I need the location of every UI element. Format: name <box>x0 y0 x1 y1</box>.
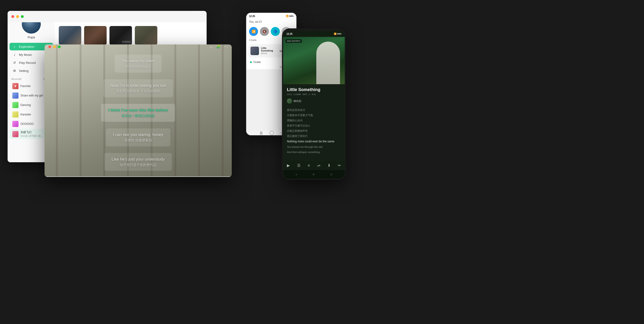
exploration-icon: ♪ <box>12 45 16 48</box>
lyric-cn-5: 似乎他只是个你的替代品 <box>112 162 165 167</box>
lyric-en-1: You were my town <box>122 58 154 64</box>
lyric-block-3-active: I think I've seen this film before 其实这一幕… <box>101 104 175 122</box>
playlist-item-text: 失眠飞行 沈以誠 | 薛明媚 | 损... <box>20 130 43 138</box>
lyrics-icon[interactable]: ≡ <box>308 163 310 168</box>
player-traffic-lights <box>48 45 61 48</box>
notif-song-title: Little Something <box>261 47 278 52</box>
phone2-signal: 📶 <box>334 33 336 35</box>
notif-album-art <box>250 47 259 55</box>
lyric-block-1: You were my town 你也曾是我的故土 <box>115 55 162 73</box>
player-header-actions: ⌄ 🧩 ⋯ <box>210 44 228 49</box>
content-card[interactable] <box>84 26 106 45</box>
player-footer: Exile Bon Iver | Taylor Swift 01:09 04:4… <box>44 176 232 177</box>
phone1-status-icons: 📶 94% <box>286 15 294 17</box>
artist-avatar <box>287 98 292 104</box>
traffic-lights <box>11 15 24 18</box>
phone2-status-icons: 📶 94% <box>334 33 342 35</box>
phone2-song-title: Little Something <box>287 87 341 92</box>
lyric-cn-2: 现在我流离他乡 不见你的身影 <box>110 88 166 94</box>
edit-icon[interactable]: ✏ <box>338 163 341 168</box>
phone2-album-art: MAG DISTRICT <box>283 37 345 84</box>
sidebar-item-label: Setting <box>19 69 28 73</box>
lyric-en-2: Now I'm in exile seeing you out <box>110 83 166 89</box>
playlist-label: OOOOOO <box>20 122 34 126</box>
home-button[interactable] <box>270 131 274 135</box>
lyric-cn-3: 其实这一幕我已然熟稔 <box>108 113 168 118</box>
back-indicator[interactable]: ||| <box>260 131 262 135</box>
content-card[interactable] <box>59 26 81 45</box>
lyric-block-2: Now I'm in exile seeing you out 现在我流离他乡 … <box>103 79 173 97</box>
phone2-lyric-9: And then whisper something <box>287 150 341 155</box>
player-more-icon[interactable]: ⋯ <box>224 44 228 49</box>
phone2-screen: 12:25 📶 94% MAG DISTRICT Little Somethin… <box>283 31 345 178</box>
phone2-content: 12:25 📶 94% MAG DISTRICT Little Somethin… <box>283 31 345 178</box>
download-icon[interactable]: ⬇ <box>328 163 330 168</box>
playlist-thumb: ♥ <box>12 83 18 89</box>
player-maximize-button[interactable] <box>58 45 61 48</box>
content-card[interactable] <box>135 26 157 45</box>
playlist-label: Dancing <box>20 103 31 107</box>
shuffle-icon[interactable]: ⇌ <box>317 163 320 168</box>
sidebar-item-label: Play Record <box>19 61 36 65</box>
setting-icon: ⚙ <box>12 69 16 73</box>
phone2-battery: 94% <box>337 33 342 35</box>
sidebar-item-label: My Music <box>19 53 32 56</box>
lyric-en-5: Like he's just your understudy <box>112 156 165 162</box>
lyric-cn-1: 你也曾是我的故土 <box>122 64 154 69</box>
play-record-icon: ↺ <box>12 61 16 65</box>
list-icon[interactable]: ☰ <box>297 163 300 168</box>
player-minimize-button[interactable] <box>53 45 56 48</box>
playlist-thumb <box>12 111 18 118</box>
notif-artist: 林欣彤 <box>261 52 278 55</box>
player-window: ⌄ 🧩 ⋯ You were my town 你也曾是我的故土 Now I'm … <box>44 44 232 177</box>
lyric-en-4: I can see you staring, honey <box>113 132 164 138</box>
phone2-song-info: Little Something 2013 · 3.24MB · MP3 · 2… <box>283 84 345 97</box>
minimize-button[interactable] <box>16 15 19 18</box>
playlist-label: Karaoke <box>20 113 31 116</box>
phone2-lyric-5: 仍难忘那微细声音 <box>287 128 341 133</box>
my-music-icon: ♩ <box>12 53 16 56</box>
phone1-time: 12:25 <box>249 15 255 17</box>
phone1-date: Thu, Jul 27 <box>246 19 296 25</box>
player-lyrics-area: You were my town 你也曾是我的故土 Now I'm in exi… <box>44 49 232 176</box>
playlist-label: Share with my girl <box>20 94 43 97</box>
battery-icon: 94% <box>289 15 294 17</box>
playlist-thumb <box>12 102 18 108</box>
playlist-thumb <box>12 121 18 127</box>
cicada-label: Cicada <box>253 61 261 63</box>
player-chevron-icon[interactable]: ⌄ <box>210 44 213 49</box>
wifi-icon: 📶 <box>286 15 288 17</box>
phone2-lyric-1: 爱到这世间未日 <box>287 107 341 113</box>
phone2-status-bar: 12:25 📶 94% <box>283 31 345 37</box>
phone2-artist-row: 林欣彤 <box>283 97 345 105</box>
play-icon[interactable]: ▶ <box>287 163 290 168</box>
cicada-indicator <box>250 61 252 63</box>
phone2-lyric-6: 谁忘微雨下那街打 <box>287 133 341 139</box>
username: Pupa <box>28 35 35 39</box>
artist-figure <box>316 42 340 84</box>
album-badge: MAG DISTRICT <box>286 39 302 43</box>
main-titlebar <box>8 11 206 22</box>
phone2-lyric-7: Nothing more could ever be the same <box>287 139 341 144</box>
lyric-block-5: Like he's just your understudy 似乎他只是个你的替… <box>104 153 172 171</box>
wifi-tile[interactable]: 📶 <box>249 27 258 36</box>
mute-tile[interactable]: 🔇 <box>260 27 269 36</box>
playlist-label: Favorite <box>20 84 30 88</box>
lyric-block-4: I can see you staring, honey 亲爱的 你凝望着我 <box>106 128 170 146</box>
phone2-back[interactable]: ‹ <box>296 172 297 176</box>
phone2-bottom-nav: ‹ ○ □ <box>283 170 345 178</box>
player-close-button[interactable] <box>48 45 51 48</box>
phone2-lyric-8: You kissed me through the rain <box>287 144 341 150</box>
phone2-home[interactable]: ○ <box>312 172 315 176</box>
maximize-button[interactable] <box>21 15 24 18</box>
bluetooth-tile[interactable]: 🔵 <box>271 27 280 36</box>
player-titlebar: ⌄ 🧩 ⋯ <box>44 44 232 49</box>
phone2-lyric-4: 原来平凡都可以动人 <box>287 123 341 128</box>
player-puzzle-icon[interactable]: 🧩 <box>216 44 221 49</box>
content-card[interactable]: 失望特快 <box>110 26 132 45</box>
phone2-lyrics: 爱到这世间未日 示爱根本不需要大气氛 懵懒找心自问 原来平凡都可以动人 仍难忘那… <box>283 105 345 161</box>
phone1-status-bar: 12:25 📶 94% <box>246 13 296 19</box>
close-button[interactable] <box>11 15 14 18</box>
android-phone-2: 12:25 📶 94% MAG DISTRICT Little Somethin… <box>282 28 346 180</box>
phone2-recents[interactable]: □ <box>330 173 332 176</box>
